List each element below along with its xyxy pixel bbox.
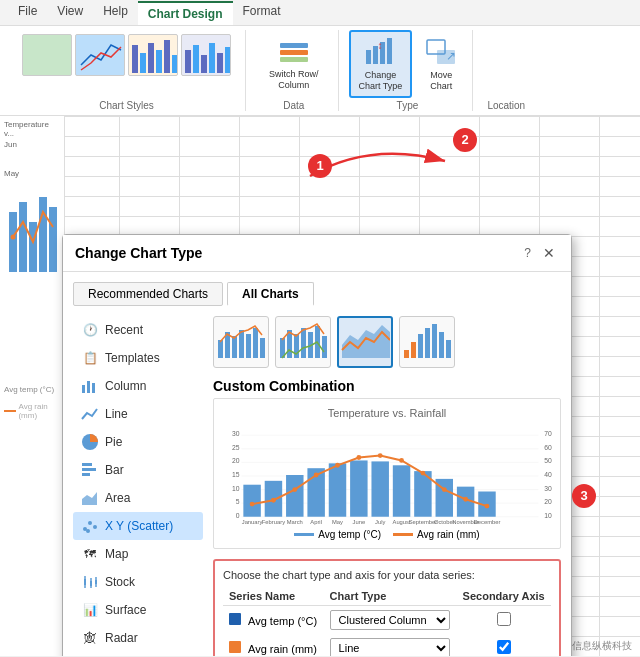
annotation-3: 3 xyxy=(572,484,596,508)
dialog-close-button[interactable]: ✕ xyxy=(539,243,559,263)
svg-rect-73 xyxy=(322,336,327,358)
ribbon-tabs: File View Help Chart Design Format xyxy=(0,0,640,26)
svg-rect-25 xyxy=(29,222,37,272)
chart-type-area[interactable]: Area xyxy=(73,484,203,512)
svg-rect-103 xyxy=(243,484,260,516)
style-thumb-3[interactable] xyxy=(128,34,178,76)
chart-type-templates[interactable]: 📋 Templates xyxy=(73,344,203,372)
dialog-help-icon[interactable]: ? xyxy=(524,246,531,260)
map-icon: 🗺 xyxy=(81,545,99,563)
series-row-2-name: Avg rain (mm) xyxy=(223,634,324,656)
svg-rect-110 xyxy=(393,465,410,516)
chart-type-map[interactable]: 🗺 Map xyxy=(73,540,203,568)
svg-rect-44 xyxy=(90,581,92,586)
secondary-axis-checkbox-2[interactable] xyxy=(497,640,511,654)
tab-all-charts[interactable]: All Charts xyxy=(227,282,314,306)
style-thumb-2[interactable] xyxy=(75,34,125,76)
chart-thumb-2[interactable] xyxy=(275,316,331,368)
svg-rect-12 xyxy=(280,43,308,48)
chart-type-recent[interactable]: 🕐 Recent xyxy=(73,316,203,344)
tab-format[interactable]: Format xyxy=(233,0,291,25)
series-row-1-secondary[interactable] xyxy=(456,605,551,634)
legend-color-avg-rain xyxy=(393,533,413,536)
chart-styles-area xyxy=(18,30,235,80)
move-chart-button[interactable]: ↗ MoveChart xyxy=(416,31,466,97)
series-row-2-type[interactable]: Line xyxy=(324,634,457,656)
col-series-name: Series Name xyxy=(223,587,324,606)
series-row-1-type[interactable]: Clustered Column xyxy=(324,605,457,634)
chart-thumb-1[interactable] xyxy=(213,316,269,368)
change-chart-type-label: ChangeChart Type xyxy=(359,70,403,92)
chart-type-templates-label: Templates xyxy=(105,351,160,365)
col-chart-type: Chart Type xyxy=(324,587,457,606)
svg-rect-80 xyxy=(439,332,444,358)
style-thumb-4[interactable] xyxy=(181,34,231,76)
table-row: Avg temp (°C) Clustered Column xyxy=(223,605,551,634)
tab-file[interactable]: File xyxy=(8,0,47,25)
svg-rect-33 xyxy=(82,463,92,466)
series-type-select-2[interactable]: Line xyxy=(330,638,450,656)
svg-point-120 xyxy=(356,455,361,460)
combo-chart-label: Custom Combination xyxy=(213,378,561,394)
legend-color-avg-temp xyxy=(294,533,314,536)
location-group: Location xyxy=(477,30,535,111)
chart-type-line-label: Line xyxy=(105,407,128,421)
svg-rect-10 xyxy=(217,53,223,73)
svg-text:20: 20 xyxy=(232,457,240,464)
chart-type-pie[interactable]: Pie xyxy=(73,428,203,456)
series-type-select-1[interactable]: Clustered Column xyxy=(330,610,450,630)
chart-type-stock[interactable]: Stock xyxy=(73,568,203,596)
chart-type-column[interactable]: Column xyxy=(73,372,203,400)
svg-point-118 xyxy=(314,472,319,477)
style-thumb-1[interactable] xyxy=(22,34,72,76)
svg-point-123 xyxy=(420,470,425,475)
tab-view[interactable]: View xyxy=(47,0,93,25)
chart-type-surface[interactable]: 📊 Surface xyxy=(73,596,203,624)
tab-recommended-charts[interactable]: Recommended Charts xyxy=(73,282,223,306)
svg-rect-42 xyxy=(84,579,86,585)
switch-row-col-button[interactable]: Switch Row/Column xyxy=(260,30,328,96)
svg-rect-29 xyxy=(82,385,85,393)
svg-rect-13 xyxy=(280,50,308,55)
type-buttons: ↕ ChangeChart Type ↗ MoveChart xyxy=(349,30,467,98)
svg-rect-27 xyxy=(49,207,57,272)
dialog-controls: ? ✕ xyxy=(524,243,559,263)
dialog-tabs: Recommended Charts All Charts xyxy=(73,282,561,306)
chart-type-stock-label: Stock xyxy=(105,575,135,589)
series-color-1 xyxy=(229,613,241,625)
change-chart-type-button[interactable]: ↕ ChangeChart Type xyxy=(349,30,413,98)
svg-text:15: 15 xyxy=(232,471,240,478)
type-group-label: Type xyxy=(397,98,419,111)
svg-rect-11 xyxy=(225,47,231,73)
chart-type-bar[interactable]: Bar xyxy=(73,456,203,484)
chart-type-treemap[interactable]: Treemap xyxy=(73,652,203,656)
series-row-2-secondary[interactable] xyxy=(456,634,551,656)
tab-chart-design[interactable]: Chart Design xyxy=(138,1,233,25)
chart-thumb-4[interactable] xyxy=(399,316,455,368)
data-buttons: Switch Row/Column xyxy=(260,30,328,98)
svg-text:↗: ↗ xyxy=(446,49,456,63)
chart-svg-area: 30 25 20 15 10 5 0 70 60 50 xyxy=(222,425,552,525)
svg-text:↕: ↕ xyxy=(378,40,383,51)
svg-rect-63 xyxy=(239,330,244,358)
chart-type-list: 🕐 Recent 📋 Templates Column xyxy=(73,316,203,656)
chart-thumb-3[interactable] xyxy=(337,316,393,368)
templates-icon: 📋 xyxy=(81,349,99,367)
svg-text:May: May xyxy=(332,518,343,524)
svg-rect-6 xyxy=(185,50,191,73)
svg-rect-24 xyxy=(19,202,27,272)
chart-type-radar[interactable]: 🕸 Radar xyxy=(73,624,203,652)
secondary-axis-checkbox-1[interactable] xyxy=(497,612,511,626)
chart-type-scatter[interactable]: X Y (Scatter) xyxy=(73,512,203,540)
svg-rect-105 xyxy=(286,475,303,517)
type-group: ↕ ChangeChart Type ↗ MoveChart Type xyxy=(343,30,474,111)
chart-thumbnails xyxy=(213,316,561,368)
svg-text:June: June xyxy=(353,518,366,524)
chart-type-line[interactable]: Line xyxy=(73,400,203,428)
chart-type-recent-label: Recent xyxy=(105,323,143,337)
svg-rect-30 xyxy=(87,381,90,393)
svg-point-39 xyxy=(93,525,97,529)
svg-rect-70 xyxy=(301,328,306,358)
svg-text:60: 60 xyxy=(544,443,552,450)
tab-help[interactable]: Help xyxy=(93,0,138,25)
